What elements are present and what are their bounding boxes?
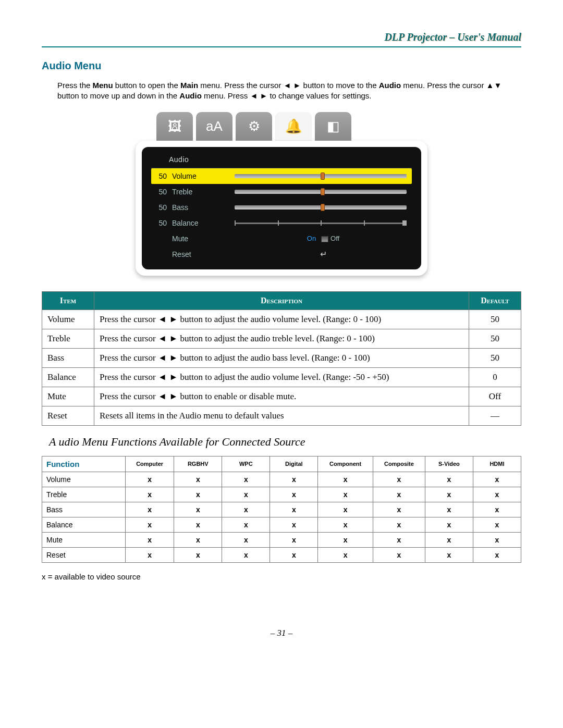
- section-title: Audio Menu: [42, 60, 521, 72]
- footnote: x = available to video source: [42, 572, 521, 581]
- th-source: Computer: [126, 456, 174, 472]
- table-row: TreblePress the cursor ◄ ► button to adj…: [42, 329, 521, 348]
- osd-tab-audio-icon: 🔔: [275, 112, 312, 141]
- intro-paragraph: Press the Menu button to open the Main m…: [57, 80, 521, 102]
- th-source: WPC: [222, 456, 270, 472]
- table-row: MutePress the cursor ◄ ► button to enabl…: [42, 387, 521, 406]
- page-number: – 31 –: [42, 628, 521, 638]
- th-source: S-Video: [425, 456, 473, 472]
- osd-row-reset: Reset ↵: [151, 246, 412, 262]
- slider-icon: [235, 174, 407, 178]
- function-table: Function ComputerRGBHVWPCDigitalComponen…: [42, 456, 521, 563]
- table-row: VolumePress the cursor ◄ ► button to adj…: [42, 310, 521, 329]
- osd-tab-font-icon: aA: [196, 112, 232, 141]
- th-source: RGBHV: [174, 456, 222, 472]
- enter-icon: ↵: [235, 249, 412, 259]
- slider-icon: [235, 205, 407, 209]
- table-row: Resetxxxxxxxx: [42, 547, 521, 562]
- th-description: Description: [94, 291, 469, 310]
- subheading: A udio Menu Functions Available for Conn…: [49, 435, 521, 449]
- table-row: ResetResets all items in the Audio menu …: [42, 406, 521, 425]
- osd-row-volume: 50 Volume: [151, 168, 412, 184]
- osd-row-mute: Mute OnOff: [151, 231, 412, 246]
- balance-slider-icon: [235, 220, 407, 226]
- osd-row-treble: 50 Treble: [151, 184, 412, 200]
- osd-tab-settings-icon: ⚙: [236, 112, 272, 141]
- th-item: Item: [42, 291, 94, 310]
- table-row: Mutexxxxxxxx: [42, 532, 521, 547]
- table-row: Treblexxxxxxxx: [42, 487, 521, 502]
- osd-tab-image-icon: 🖼: [156, 112, 193, 141]
- osd-title: Audio: [151, 152, 412, 168]
- th-source: Digital: [270, 456, 318, 472]
- th-default: Default: [469, 291, 521, 310]
- doc-header: DLP Projector – User's Manual: [42, 31, 521, 47]
- slider-icon: [235, 190, 407, 194]
- table-row: Bassxxxxxxxx: [42, 502, 521, 517]
- osd-tabs: 🖼 aA ⚙ 🔔 ◧: [156, 112, 427, 141]
- th-source: Component: [318, 456, 373, 472]
- table-row: BalancePress the cursor ◄ ► button to ad…: [42, 367, 521, 387]
- description-table: Item Description Default VolumePress the…: [42, 291, 521, 426]
- table-row: Volumexxxxxxxx: [42, 472, 521, 487]
- th-source: HDMI: [473, 456, 521, 472]
- toggle-icon: OnOff: [235, 235, 412, 242]
- table-row: BassPress the cursor ◄ ► button to adjus…: [42, 348, 521, 367]
- osd-tab-pip-icon: ◧: [315, 112, 351, 141]
- table-row: Balancexxxxxxxx: [42, 517, 521, 532]
- osd-screenshot: 🖼 aA ⚙ 🔔 ◧ Audio 50 Volume 50 Treble 50 …: [136, 112, 427, 276]
- osd-row-bass: 50 Bass: [151, 200, 412, 215]
- osd-row-balance: 50 Balance: [151, 215, 412, 231]
- th-function: Function: [42, 456, 126, 472]
- th-source: Composite: [373, 456, 425, 472]
